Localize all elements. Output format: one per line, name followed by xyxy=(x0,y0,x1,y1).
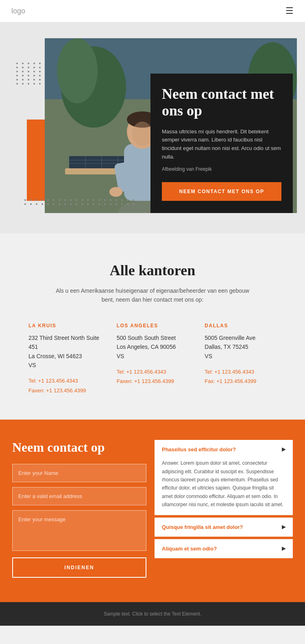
footer: Sample text. Click to select the Text El… xyxy=(0,602,305,626)
svg-point-25 xyxy=(109,187,122,197)
office-tel-0[interactable]: Tel: +1 123.456.4343 xyxy=(28,376,100,385)
office-fax-2[interactable]: Fax: +1 123.456.4399 xyxy=(205,376,277,386)
hero-section: Neem contact met ons op Massa ultricies … xyxy=(0,22,305,233)
office-card-0: LA KRUIS 232 Third Street North Suite 45… xyxy=(24,323,105,395)
hero-inner: Neem contact met ons op Massa ultricies … xyxy=(12,38,293,213)
svg-point-4 xyxy=(57,38,98,103)
faq-item-1: Quisque fringilla sit amet dolor? ▶ xyxy=(155,518,293,537)
hero-title: Neem contact met ons op xyxy=(162,86,281,120)
office-contact-0: Tel: +1 123.456.4343 Faxen: +1 123.456.4… xyxy=(28,376,100,395)
faq-arrow-1: ▶ xyxy=(282,524,285,530)
offices-grid: LA KRUIS 232 Third Street North Suite 45… xyxy=(24,323,281,395)
office-tel-1[interactable]: Tel: +1 123.456.4343 xyxy=(117,367,189,376)
office-fax-1[interactable]: Faxen: +1 123.456.4399 xyxy=(117,376,189,386)
office-address-2: 5005 Greenville AveDallas, TX 75245VS xyxy=(205,333,277,361)
office-contact-2: Tel: +1 123.456.4343 Fax: +1 123.456.439… xyxy=(205,367,277,386)
office-city-2: DALLAS xyxy=(205,323,277,329)
hero-description: Massa ultricies mi quis hendrerit. Dit b… xyxy=(162,128,281,161)
dots-decoration-topleft xyxy=(16,63,42,85)
contact-section: Neem contact op INDIENEN Phasellus sed e… xyxy=(0,420,305,602)
offices-subtitle: Als u een Amerikaanse huiseigenaar of ei… xyxy=(51,286,254,305)
faq-arrow-0: ▶ xyxy=(282,446,285,453)
faq-item-0: Phasellus sed efficitur dolor? ▶ Answer.… xyxy=(155,440,293,515)
faq-question-text-1: Quisque fringilla sit amet dolor? xyxy=(162,524,243,530)
offices-heading: Alle kantoren xyxy=(24,262,281,279)
svg-point-22 xyxy=(132,122,152,146)
contact-form-heading: Neem contact op xyxy=(12,440,146,455)
faq-question-0[interactable]: Phasellus sed efficitur dolor? ▶ xyxy=(155,440,293,459)
office-tel-2[interactable]: Tel: +1 123.456.4343 xyxy=(205,367,277,376)
office-address-1: 500 South South StreetLos Angeles, CA 90… xyxy=(117,333,189,361)
faq-item-2: Aliquam et sem odio? ▶ xyxy=(155,539,293,558)
office-city-1: LOS ANGELES xyxy=(117,323,189,329)
logo: logo xyxy=(11,7,25,15)
office-city-0: LA KRUIS xyxy=(28,323,100,329)
faq-question-text-2: Aliquam et sem odio? xyxy=(162,546,217,552)
office-contact-1: Tel: +1 123.456.4343 Faxen: +1 123.456.4… xyxy=(117,367,189,386)
menu-icon[interactable]: ☰ xyxy=(285,6,294,16)
office-fax-0[interactable]: Faxen: +1 123.456.4399 xyxy=(28,386,100,395)
faq-question-2[interactable]: Aliquam et sem odio? ▶ xyxy=(155,539,293,558)
faq-question-text-0: Phasellus sed efficitur dolor? xyxy=(162,446,236,453)
submit-button[interactable]: INDIENEN xyxy=(12,557,146,578)
faq-arrow-2: ▶ xyxy=(282,546,285,552)
hero-cta-button[interactable]: NEEM CONTACT MET ONS OP xyxy=(162,182,281,201)
email-input[interactable] xyxy=(12,487,146,505)
faq-answer-0: Answer. Lorem ipsum dolor sit amet, cons… xyxy=(155,459,293,515)
office-card-2: DALLAS 5005 Greenville AveDallas, TX 752… xyxy=(200,323,281,395)
contact-form-column: Neem contact op INDIENEN xyxy=(12,440,146,578)
office-card-1: LOS ANGELES 500 South South StreetLos An… xyxy=(113,323,193,395)
office-address-0: 232 Third Street North Suite 451La Cross… xyxy=(28,333,100,370)
offices-section: Alle kantoren Als u een Amerikaanse huis… xyxy=(0,233,305,420)
faq-question-1[interactable]: Quisque fringilla sit amet dolor? ▶ xyxy=(155,518,293,537)
hero-attribution: Afbeelding van Freepik xyxy=(162,165,281,173)
orange-accent-left xyxy=(27,120,47,201)
hero-card: Neem contact met ons op Massa ultricies … xyxy=(150,74,293,213)
footer-text: Sample text. Click to select the Text El… xyxy=(104,611,201,617)
message-input[interactable] xyxy=(12,510,146,551)
name-input[interactable] xyxy=(12,464,146,482)
faq-column: Phasellus sed efficitur dolor? ▶ Answer.… xyxy=(155,440,293,560)
header: logo ☰ xyxy=(0,0,305,22)
dots-decoration-bottom xyxy=(24,199,136,205)
